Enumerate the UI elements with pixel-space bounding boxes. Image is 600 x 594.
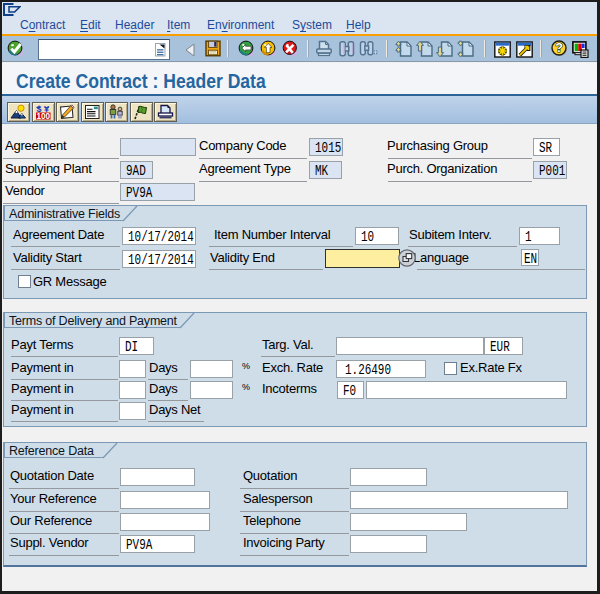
- svg-text:?: ?: [555, 41, 563, 55]
- svg-text:100: 100: [36, 112, 50, 120]
